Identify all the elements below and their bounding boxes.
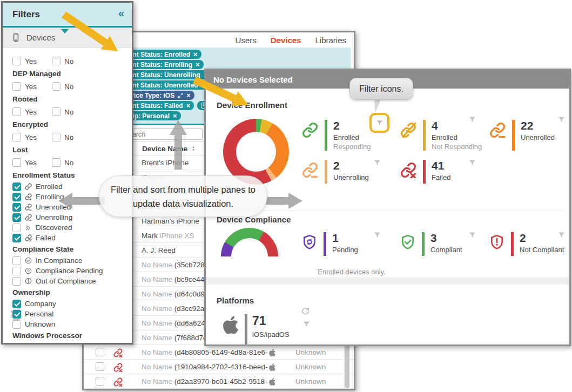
no-checkbox[interactable] xyxy=(52,107,60,116)
section-divider-band xyxy=(206,277,569,285)
checkbox[interactable] xyxy=(12,320,21,329)
discovered-signal-icon xyxy=(25,224,32,231)
row-checkbox[interactable] xyxy=(96,377,104,386)
checkbox[interactable] xyxy=(12,213,21,222)
expand-icon[interactable] xyxy=(178,93,183,98)
checkbox[interactable] xyxy=(12,267,21,275)
platform-cell: Unknown xyxy=(295,348,326,356)
link-minus-icon xyxy=(489,122,506,138)
link-minus-icon xyxy=(302,162,318,178)
stat-unenrolling: 2Unenrolling xyxy=(302,160,369,184)
remove-chip-icon[interactable]: × xyxy=(193,51,198,58)
stat-label: Enrolled xyxy=(432,133,482,141)
table-row[interactable]: No Name (1910a984-2702-4316-beed-Unknown xyxy=(84,360,354,374)
annotation-callout-filter-icons: Filter icons. xyxy=(349,78,413,100)
filter-funnel-icon[interactable] xyxy=(468,116,476,124)
yesno-filter-row: YesNo xyxy=(3,156,132,169)
no-checkbox[interactable] xyxy=(52,133,60,141)
checkbox[interactable] xyxy=(12,183,21,191)
filter-group-heading: Compliance State xyxy=(3,243,132,255)
no-checkbox[interactable] xyxy=(52,82,60,91)
filter-item-compliance-pending[interactable]: Compliance Pending xyxy=(3,266,132,276)
table-row[interactable]: No Name (d2aa3970-bc01-45b2-9518-Unknown xyxy=(84,374,354,389)
filter-funnel-icon[interactable] xyxy=(376,119,383,127)
checkbox[interactable] xyxy=(12,300,21,308)
device-name: No Name xyxy=(142,290,174,298)
filter-funnel-icon[interactable] xyxy=(468,159,476,167)
yesno-filter-row: YesNo xyxy=(3,105,132,118)
yes-checkbox[interactable] xyxy=(12,158,21,167)
stat-failed: 41Failed xyxy=(400,160,450,184)
stat-not-compliant: 2Not Compliant xyxy=(489,232,564,256)
tab-devices[interactable]: Devices xyxy=(271,36,301,45)
yesno-filter-row: YesNo xyxy=(3,131,132,144)
link-icon xyxy=(25,183,32,190)
filter-item-company[interactable]: Company xyxy=(3,299,132,309)
filter-item-out-of-compliance[interactable]: Out of Compliance xyxy=(3,276,132,286)
remove-chip-icon[interactable]: × xyxy=(196,61,200,68)
stat-bar xyxy=(324,232,326,256)
checkbox[interactable] xyxy=(12,193,21,201)
checkbox[interactable] xyxy=(12,310,21,319)
remove-chip-icon[interactable]: × xyxy=(186,92,191,99)
row-checkbox[interactable] xyxy=(96,348,104,356)
checkbox[interactable] xyxy=(12,256,21,265)
remove-chip-icon[interactable]: × xyxy=(173,112,177,119)
panel-notch xyxy=(61,29,69,33)
refresh-icon[interactable] xyxy=(301,306,310,315)
device-name: No Name xyxy=(142,334,174,342)
filter-group-heading: DEP Managed xyxy=(3,67,132,80)
filter-funnel-icon[interactable] xyxy=(373,159,381,167)
checkbox[interactable] xyxy=(12,277,21,286)
annotation-arrow-up xyxy=(170,120,187,170)
highlighted-filter-icon[interactable] xyxy=(369,113,389,133)
yes-checkbox[interactable] xyxy=(12,82,21,91)
remove-chip-icon[interactable]: × xyxy=(186,102,191,109)
yes-checkbox[interactable] xyxy=(12,57,21,65)
filter-funnel-icon[interactable] xyxy=(373,231,381,239)
stat-bar xyxy=(245,314,247,344)
stat-value: 2 xyxy=(333,119,340,132)
filter-item-failed[interactable]: Failed xyxy=(3,233,132,243)
compliance-note: Enrolled devices only. xyxy=(238,268,465,276)
no-checkbox[interactable] xyxy=(52,57,60,65)
stat-label: iOS/ipadOS xyxy=(252,330,290,339)
filter-funnel-icon[interactable] xyxy=(468,231,476,239)
filter-funnel-icon[interactable] xyxy=(302,320,311,328)
yes-checkbox[interactable] xyxy=(12,107,21,116)
row-checkbox[interactable] xyxy=(96,362,104,371)
yes-checkbox[interactable] xyxy=(12,133,21,141)
annotation-callout-filter-sort: Filter and sort from multiple panes to u… xyxy=(99,175,267,217)
link-slash-icon xyxy=(400,122,416,138)
tab-users[interactable]: Users xyxy=(235,36,257,45)
filter-item-discovered[interactable]: Discovered xyxy=(3,222,132,233)
table-row[interactable]: No Name (d4b80805-6149-4d8a-81e6-Unknown xyxy=(84,345,354,360)
link-minus-icon xyxy=(25,214,32,221)
filter-item-in-compliance[interactable]: In Compliance xyxy=(3,255,132,266)
stat-bar xyxy=(423,120,426,151)
link-x-icon xyxy=(113,377,123,387)
filter-funnel-icon[interactable] xyxy=(557,116,566,124)
checkbox[interactable] xyxy=(12,343,21,345)
filter-item-unknown[interactable]: Unknown xyxy=(3,319,132,329)
platform-cell: Unknown xyxy=(295,377,326,386)
stat-label: Compliant xyxy=(430,246,462,254)
stat-value: 2 xyxy=(520,232,526,244)
link-plus-icon xyxy=(25,193,32,200)
checkbox[interactable] xyxy=(12,203,21,212)
no-checkbox[interactable] xyxy=(52,158,60,167)
filter-funnel-icon[interactable] xyxy=(557,231,566,239)
sort-icon[interactable]: ▲▼ xyxy=(192,145,195,151)
checkbox[interactable] xyxy=(12,234,21,242)
checkbox[interactable] xyxy=(12,224,21,232)
filter-item-windows-unknown[interactable]: Unknown xyxy=(3,342,132,344)
device-icon xyxy=(11,33,21,42)
search-input[interactable] xyxy=(124,131,199,138)
enrollment-donut-chart xyxy=(223,119,289,185)
filter-item-personal[interactable]: Personal xyxy=(3,309,132,319)
compliance-gauge-chart xyxy=(221,228,278,259)
tab-libraries[interactable]: Libraries xyxy=(315,36,346,45)
collapse-panel-icon[interactable]: « xyxy=(118,7,124,19)
stat-value: 3 xyxy=(430,232,437,244)
stat-bar xyxy=(511,232,514,256)
